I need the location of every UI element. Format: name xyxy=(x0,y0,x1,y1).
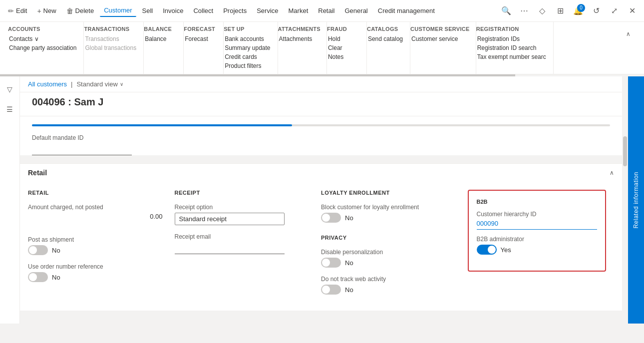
b2b-hierarchy-value[interactable]: 000090 xyxy=(477,220,598,230)
refresh-btn[interactable]: ↺ xyxy=(588,3,604,19)
ribbon-item-product-filters[interactable]: Product filters xyxy=(224,62,271,70)
ribbon-item-attachments[interactable]: Attachments xyxy=(278,35,321,43)
ribbon-item-change-party[interactable]: Change party association xyxy=(8,44,77,52)
post-shipment-toggle-row: No xyxy=(28,245,167,255)
ribbon-item-notes[interactable]: Notes xyxy=(327,53,360,61)
notify-btn[interactable]: 🔔 0 xyxy=(570,3,586,19)
nav-general[interactable]: General xyxy=(341,5,372,16)
nav-new[interactable]: + New xyxy=(33,5,60,17)
nav-projects[interactable]: Projects xyxy=(219,5,251,16)
ribbon-scroll-thumb xyxy=(0,74,515,76)
b2b-title: B2B xyxy=(477,199,598,205)
loyalty-col: LOYALTY ENROLLMENT Block customer for lo… xyxy=(321,190,468,303)
ribbon-item-transactions: Transactions xyxy=(84,35,137,43)
ribbon-item-tax-exempt[interactable]: Tax exempt number searc xyxy=(476,53,547,61)
nav-customer[interactable]: Customer xyxy=(100,4,136,17)
nav-retail[interactable]: Retail xyxy=(314,5,338,16)
filter-icon: ▽ xyxy=(7,85,12,93)
ribbon-group-setup: Set up Bank accounts Summary update Cred… xyxy=(224,22,278,74)
nav-market[interactable]: Market xyxy=(285,5,313,16)
track-toggle-label: No xyxy=(345,286,353,294)
ribbon-items-setup: Bank accounts Summary update Credit card… xyxy=(224,35,271,70)
ribbon-group-title-fraud: Fraud xyxy=(327,26,360,32)
ribbon-items-attachments: Attachments xyxy=(278,35,321,43)
nav-collect[interactable]: Collect xyxy=(189,5,217,16)
right-panel[interactable]: Related information xyxy=(628,76,644,324)
nav-edit[interactable]: ✏ Edit xyxy=(4,5,31,17)
privacy-col-title: PRIVACY xyxy=(321,235,460,241)
receipt-col-title: RECEIPT xyxy=(175,190,314,196)
ribbon-item-clear[interactable]: Clear xyxy=(327,44,360,52)
ribbon-item-forecast[interactable]: Forecast xyxy=(184,35,217,43)
disable-toggle-thumb xyxy=(322,259,330,267)
filter-toggle-btn[interactable]: ▽ xyxy=(3,82,17,96)
content-area: All customers | Standard view ∨ 004096 :… xyxy=(20,76,622,324)
block-toggle[interactable] xyxy=(321,213,341,223)
ribbon-items-registration: Registration IDs Registration ID search … xyxy=(476,35,547,61)
ribbon-item-bank-accounts[interactable]: Bank accounts xyxy=(224,35,271,43)
ribbon-group-registration: Registration Registration IDs Registrati… xyxy=(476,22,554,74)
ribbon-item-registration-ids[interactable]: Registration IDs xyxy=(476,35,547,43)
disable-toggle[interactable] xyxy=(321,258,341,268)
ribbon-group-fraud: Fraud Hold Clear Notes xyxy=(327,22,367,74)
vertical-scrollbar[interactable] xyxy=(622,76,628,324)
retail-section-header[interactable]: Retail ∧ xyxy=(20,163,622,182)
progress-bar xyxy=(32,124,610,126)
page-title: 004096 : Sam J xyxy=(32,96,610,112)
default-mandate-input[interactable] xyxy=(32,143,132,155)
b2b-admin-toggle-thumb xyxy=(488,246,496,254)
b2b-admin-label: B2B administrator xyxy=(477,236,598,243)
b2b-admin-toggle[interactable] xyxy=(477,245,497,255)
amount-label: Amount charged, not posted xyxy=(28,204,167,211)
ribbon-item-balance[interactable]: Balance xyxy=(144,35,177,43)
undock-btn[interactable]: ⤢ xyxy=(606,3,622,19)
block-toggle-row: No xyxy=(321,213,460,223)
ribbon-item-registration-id-search[interactable]: Registration ID search xyxy=(476,44,547,52)
close-btn[interactable]: ✕ xyxy=(624,3,640,19)
block-toggle-thumb xyxy=(322,214,330,222)
retail-col: RETAIL Amount charged, not posted 0.00 P… xyxy=(28,190,175,303)
ribbon-item-hold[interactable]: Hold xyxy=(327,35,360,43)
order-ref-toggle-thumb xyxy=(29,273,37,281)
post-shipment-toggle[interactable] xyxy=(28,245,48,255)
ribbon-item-customer-service[interactable]: Customer service xyxy=(410,35,470,43)
ribbon-group-forecast: Forecast Forecast xyxy=(184,22,224,74)
receipt-option-input[interactable] xyxy=(175,213,285,225)
ribbon-group-title-catalogs: Catalogs xyxy=(367,26,404,32)
diamond-btn[interactable]: ◇ xyxy=(534,3,550,19)
more-btn[interactable]: ⋯ xyxy=(516,3,532,19)
default-mandate-field: Default mandate ID xyxy=(32,134,610,155)
b2b-admin-toggle-row: Yes xyxy=(477,245,598,255)
nav-invoice[interactable]: Invoice xyxy=(159,5,187,16)
edit-icon: ✏ xyxy=(8,7,14,15)
all-customers-link[interactable]: All customers xyxy=(28,80,67,88)
nav-delete[interactable]: 🗑 Delete xyxy=(62,5,98,17)
hamburger-btn[interactable]: ☰ xyxy=(3,102,17,116)
nav-right-icons: 🔍 ⋯ ◇ ⊞ 🔔 0 ↺ ⤢ ✕ xyxy=(498,3,640,19)
nav-sell[interactable]: Sell xyxy=(138,5,157,16)
delete-icon: 🗑 xyxy=(66,7,73,15)
notify-badge: 0 xyxy=(577,4,585,12)
layout-btn[interactable]: ⊞ xyxy=(552,3,568,19)
ribbon-item-summary-update[interactable]: Summary update xyxy=(224,44,271,52)
standard-view-selector[interactable]: Standard view ∨ xyxy=(76,80,123,88)
ribbon-group-title-setup: Set up xyxy=(224,26,271,32)
retail-section-chevron-up: ∧ xyxy=(610,169,614,176)
receipt-email-input[interactable] xyxy=(175,242,285,254)
order-ref-toggle[interactable] xyxy=(28,272,48,282)
track-toggle[interactable] xyxy=(321,285,341,295)
b2b-box: B2B Customer hierarchy ID 000090 B2B adm… xyxy=(468,190,607,272)
receipt-option-field: Receipt option xyxy=(175,204,314,225)
ribbon-item-send-catalog[interactable]: Send catalog xyxy=(367,35,404,43)
search-btn[interactable]: 🔍 xyxy=(498,3,514,19)
ribbon-item-contacts[interactable]: Contacts ∨ xyxy=(8,35,77,43)
nav-service[interactable]: Service xyxy=(253,5,282,16)
ribbon-group-title-transactions: Transactions xyxy=(84,26,137,32)
ribbon-item-credit-cards[interactable]: Credit cards xyxy=(224,53,271,61)
ribbon-collapse-btn[interactable]: ∧ xyxy=(620,26,636,42)
nav-credit[interactable]: Credit management xyxy=(374,5,439,16)
ribbon-items-accounts: Contacts ∨ Change party association xyxy=(8,35,77,52)
sidebar-toggle: ▽ ☰ xyxy=(0,76,20,324)
retail-section-title: Retail xyxy=(28,169,47,177)
hamburger-icon: ☰ xyxy=(6,105,13,113)
